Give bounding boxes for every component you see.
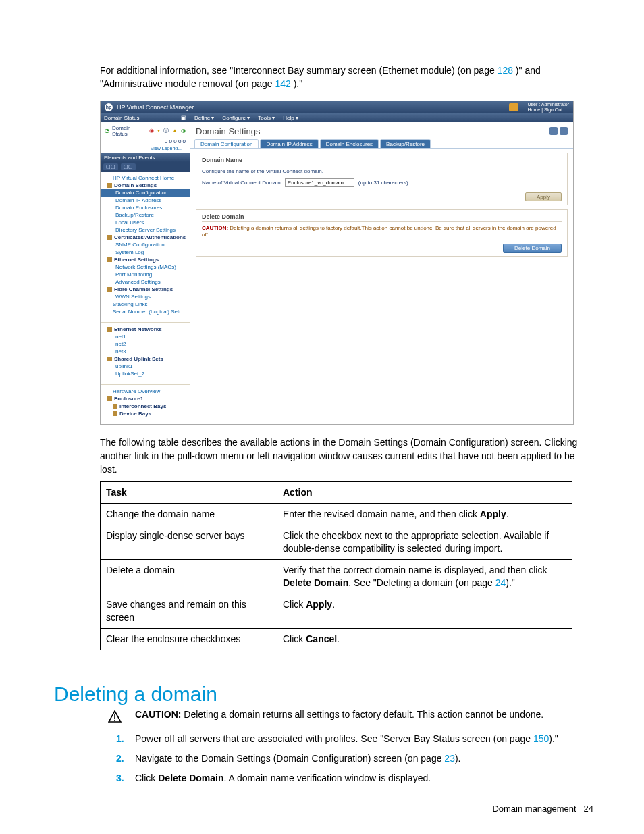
print-icon[interactable] — [549, 127, 558, 135]
nav-item[interactable]: Backup/Restore — [101, 211, 190, 219]
nav-item[interactable]: Stacking Links — [101, 301, 190, 308]
steps-list: Power off all servers that are associate… — [54, 732, 593, 785]
nav-item[interactable]: Enclosure1 — [101, 395, 190, 402]
nav-item[interactable]: Serial Number (Logical) Settings — [101, 308, 190, 315]
delete-domain-section: Delete Domain CAUTION: Deleting a domain… — [196, 209, 568, 257]
caution-label: CAUTION: — [135, 709, 181, 720]
nav-item[interactable]: Domain Settings — [101, 182, 190, 189]
task-cell: Change the domain name — [101, 504, 277, 525]
nav-item[interactable]: Certificates/Authentications — [101, 234, 190, 241]
status-counts: 0 0 0 0 0 — [105, 138, 186, 145]
section-help: Configure the name of the Virtual Connec… — [202, 168, 562, 174]
section-title: Domain Name — [202, 157, 562, 165]
intro-paragraph: For additional information, see "Interco… — [54, 63, 593, 91]
view-legend-link[interactable]: View Legend... — [105, 146, 186, 151]
caution-triangle-icon — [108, 710, 122, 723]
nav-item[interactable]: HP Virtual Connect Home — [101, 174, 190, 182]
main-pane: Define ▾ Configure ▾ Tools ▾ Help ▾ Doma… — [190, 113, 573, 424]
signout-link[interactable]: Home | Sign Out — [528, 107, 569, 113]
nav-item[interactable]: Device Bays — [101, 410, 190, 417]
task-cell: Save changes and remain on this screen — [101, 594, 277, 628]
caution-text: Deleting a domain returns all settings t… — [181, 709, 543, 720]
action-cell: Verify that the correct domain name is d… — [277, 560, 572, 594]
left-mini-tabs: ▢▢ ▢▢ — [101, 162, 190, 172]
nav-item[interactable]: System Log — [101, 249, 190, 256]
page-ref-link[interactable]: 23 — [444, 753, 455, 764]
nav-item[interactable]: Fibre Channel Settings — [101, 286, 190, 293]
nav-item[interactable]: net3 — [101, 348, 190, 355]
apply-button[interactable]: Apply — [525, 192, 562, 201]
nav-item[interactable]: Network Settings (MACs) — [101, 263, 190, 271]
nav-item[interactable]: Port Monitoring — [101, 271, 190, 278]
table-row: Save changes and remain on this screenCl… — [101, 594, 572, 628]
table-row: Delete a domainVerify that the correct d… — [101, 560, 572, 594]
step-item: Power off all servers that are associate… — [116, 732, 593, 746]
nav-item[interactable]: Ethernet Settings — [101, 256, 190, 263]
page-ref-link[interactable]: 150 — [533, 733, 549, 744]
page-ref-link[interactable]: 24 — [495, 577, 506, 588]
text: For additional information, see "Interco… — [100, 65, 498, 76]
nav-item[interactable]: SNMP Configuration — [101, 241, 190, 249]
nav-item[interactable]: Ethernet Networks — [101, 325, 190, 333]
nav-item[interactable]: UplinkSet_2 — [101, 370, 190, 377]
step-item: Click Delete Domain. A domain name verif… — [116, 771, 593, 785]
page-footer: Domain management 24 — [492, 804, 593, 814]
nav-item[interactable]: Hardware Overview — [101, 388, 190, 395]
menu-item[interactable]: Help ▾ — [283, 115, 298, 121]
table-intro: The following table describes the availa… — [54, 436, 593, 477]
step-item: Navigate to the Domain Settings (Domain … — [116, 752, 593, 766]
section-heading: Deleting a domain — [54, 683, 593, 706]
svg-point-1 — [114, 719, 115, 721]
help-icon[interactable] — [560, 127, 568, 135]
nav-item[interactable]: net2 — [101, 340, 190, 348]
folder-icon — [107, 235, 112, 240]
nav-tree: HP Virtual Connect HomeDomain SettingsDo… — [101, 172, 190, 322]
text: )." — [294, 78, 303, 89]
user-info: User : Administrator Home | Sign Out — [528, 102, 569, 113]
task-cell: Delete a domain — [101, 560, 277, 594]
tab-domain-enclosures[interactable]: Domain Enclosures — [320, 139, 379, 148]
page-ref-link[interactable]: 128 — [498, 65, 513, 76]
col-task: Task — [101, 482, 277, 504]
action-cell: Click the checkbox next to the appropria… — [277, 525, 572, 560]
nav-item[interactable]: Domain Configuration — [101, 189, 190, 197]
tab-icon[interactable]: ▢▢ — [103, 163, 118, 170]
nav-item[interactable]: net1 — [101, 333, 190, 340]
nav-item[interactable]: Shared Uplink Sets — [101, 355, 190, 363]
menu-item[interactable]: Configure ▾ — [222, 115, 250, 121]
home-icon[interactable] — [509, 103, 518, 111]
tab-icon[interactable]: ▢▢ — [121, 163, 136, 170]
nav-item[interactable]: Interconnect Bays — [101, 402, 190, 410]
page-ref-link[interactable]: 142 — [275, 78, 290, 89]
status-icons: ◉▾ⓘ▲◑ — [149, 127, 186, 134]
folder-icon — [107, 183, 112, 188]
nav-item[interactable]: Domain Enclosures — [101, 204, 190, 211]
page-title: Domain Settings — [196, 126, 260, 136]
tab-domain-ip[interactable]: Domain IP Address — [260, 139, 318, 148]
tab-backup-restore[interactable]: Backup/Restore — [380, 139, 431, 148]
domain-name-input[interactable] — [285, 178, 354, 187]
nav-item[interactable]: Local Users — [101, 219, 190, 226]
delete-domain-button[interactable]: Delete Domain — [503, 244, 562, 253]
folder-icon — [113, 411, 117, 416]
nav-item[interactable]: Domain IP Address — [101, 197, 190, 204]
left-sidebar: Domain Status ▣ ◔ Domain Status ◉▾ⓘ▲◑ 0 … — [101, 113, 190, 424]
actions-table: Task Action Change the domain nameEnter … — [100, 481, 572, 650]
field-label: Name of Virtual Connect Domain — [202, 180, 281, 186]
menu-item[interactable]: Define ▾ — [194, 115, 214, 121]
domain-status-label: Domain Status — [112, 125, 146, 137]
caution-block: CAUTION: Deleting a domain returns all s… — [54, 708, 593, 723]
nav-item[interactable]: Advanced Settings — [101, 278, 190, 286]
field-hint: (up to 31 characters). — [358, 180, 410, 186]
task-cell: Clear the enclosure checkboxes — [101, 628, 277, 650]
tab-domain-config[interactable]: Domain Configuration — [194, 139, 259, 148]
folder-icon — [107, 287, 112, 292]
action-cell: Enter the revised domain name, and then … — [277, 504, 572, 525]
collapse-icon[interactable]: ▣ — [181, 115, 186, 121]
folder-icon — [107, 327, 112, 332]
caution-text: CAUTION: Deleting a domain returns all s… — [202, 225, 562, 238]
nav-item[interactable]: Directory Server Settings — [101, 226, 190, 234]
nav-item[interactable]: uplink1 — [101, 363, 190, 370]
menu-item[interactable]: Tools ▾ — [258, 115, 275, 121]
nav-item[interactable]: WWN Settings — [101, 293, 190, 301]
